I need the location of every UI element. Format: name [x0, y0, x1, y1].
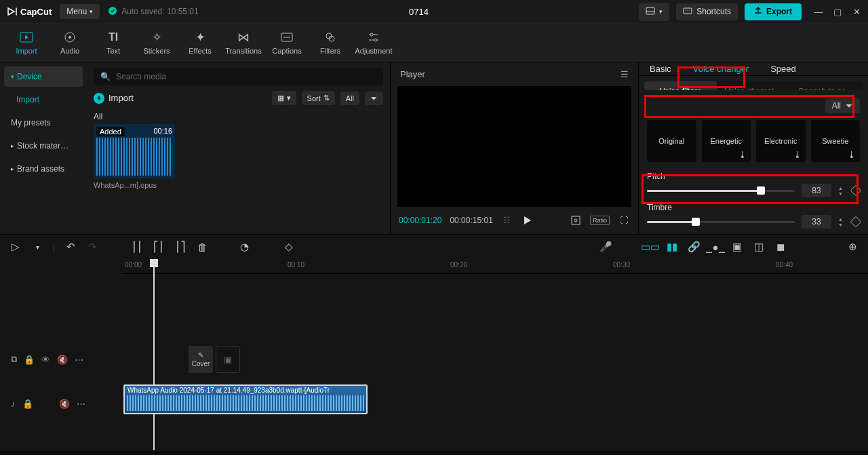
all-filter-button[interactable]: All: [340, 92, 359, 105]
filter-button[interactable]: ⏷: [365, 92, 383, 105]
hamburger-icon[interactable]: ☰: [620, 69, 629, 79]
mic-icon[interactable]: 🎤: [599, 241, 612, 253]
view-grid-button[interactable]: ▦▾: [272, 91, 296, 105]
minimize-button[interactable]: —: [814, 7, 823, 17]
tool-effects[interactable]: ✦ Effects: [179, 23, 221, 62]
tool-audio[interactable]: Audio: [49, 23, 91, 62]
subtab-voice-filters[interactable]: Voice filters: [644, 81, 717, 90]
layout-button[interactable]: ▾: [639, 3, 669, 21]
redo-button[interactable]: ↷: [86, 241, 98, 253]
player-canvas[interactable]: [397, 86, 631, 207]
magnet-on-icon[interactable]: ▭▭: [644, 241, 656, 253]
fullscreen-icon[interactable]: ⛶: [618, 214, 630, 226]
subtab-speech-to-song[interactable]: Speech to so…: [790, 81, 863, 90]
scale-icon[interactable]: [570, 214, 582, 226]
sidebar-my-presets[interactable]: My presets: [4, 113, 83, 133]
compare-icon[interactable]: ☷: [501, 214, 513, 226]
import-button[interactable]: + Import: [94, 93, 134, 104]
preset-sweetie[interactable]: Sweetie⭳: [811, 120, 861, 162]
close-button[interactable]: ✕: [852, 7, 861, 17]
clip-filename: WhatsAp...m].opus: [94, 181, 175, 189]
keyframe-icon[interactable]: [850, 185, 862, 197]
tool-text[interactable]: TI Text: [92, 23, 134, 62]
mute-icon[interactable]: 🔇: [59, 399, 70, 409]
preset-electronic[interactable]: Electronic⭳: [756, 120, 806, 162]
app-name: CapCut: [20, 7, 52, 17]
trim-right-tool[interactable]: ⎮⎤: [174, 241, 186, 253]
tool-transitions[interactable]: ⋈ Transitions: [222, 23, 264, 62]
text-icon: TI: [108, 31, 118, 44]
maximize-button[interactable]: ▢: [833, 7, 842, 17]
preset-original[interactable]: Original: [647, 120, 696, 162]
sidebar-stock-material[interactable]: ▸Stock mater…: [4, 136, 83, 156]
pitch-stepper[interactable]: ▲▼: [838, 186, 845, 196]
audio-clip[interactable]: WhatsApp Audio 2024-05-17 at 21.14.49_92…: [123, 384, 368, 414]
timbre-value[interactable]: 33: [802, 215, 831, 229]
added-badge: Added: [96, 127, 125, 136]
timeline-ruler[interactable]: 00:00 00:10 00:20 00:30 00:40: [122, 259, 868, 274]
media-panel: ▾Device Import My presets ▸Stock mater… …: [0, 62, 391, 234]
snap-icon[interactable]: ⎯●⎯: [709, 241, 722, 253]
zoom-fit-icon[interactable]: ⊕: [846, 241, 859, 253]
inspector-panel: Basic Voice changer Speed Voice filters …: [639, 62, 868, 234]
shield-icon[interactable]: ◇: [283, 241, 295, 253]
menu-button[interactable]: Menu ▾: [60, 4, 100, 19]
tab-speed[interactable]: Speed: [760, 62, 807, 75]
subtab-voice-characters[interactable]: Voice charact…: [717, 81, 789, 90]
cover-button[interactable]: ✎ Cover: [189, 346, 213, 373]
svg-point-4: [686, 9, 686, 10]
undo-button[interactable]: ↶: [64, 241, 77, 253]
search-input[interactable]: 🔍 Search media: [94, 68, 383, 85]
playhead[interactable]: [150, 259, 158, 267]
tool-captions[interactable]: Captions: [266, 23, 308, 62]
all-filter-chip[interactable]: All⏷: [825, 98, 860, 113]
preview-icon[interactable]: ▣: [731, 241, 743, 253]
pitch-slider[interactable]: [647, 184, 795, 197]
timbre-slider[interactable]: [647, 215, 795, 229]
split-tool[interactable]: ⎮⎮: [131, 241, 143, 253]
lock-icon[interactable]: 🔒: [24, 355, 35, 365]
chevron-down-icon[interactable]: ▾: [31, 241, 43, 253]
section-label: All: [94, 109, 383, 124]
pitch-value[interactable]: 83: [802, 184, 831, 197]
pointer-tool[interactable]: ▷: [9, 241, 22, 253]
sidebar-brand-assets[interactable]: ▸Brand assets: [4, 159, 83, 179]
more-icon[interactable]: ⋯: [75, 355, 83, 365]
ratio-button[interactable]: Ratio: [590, 216, 610, 225]
tool-stickers[interactable]: ✧ Stickers: [136, 23, 178, 62]
link-on-icon[interactable]: ▮▮: [666, 241, 678, 253]
keyframe-icon[interactable]: [850, 216, 862, 228]
audio-track-icon[interactable]: ♪: [11, 399, 16, 409]
delete-tool[interactable]: 🗑: [196, 241, 208, 253]
play-button[interactable]: [521, 214, 534, 226]
shortcuts-button[interactable]: Shortcuts: [676, 3, 738, 20]
effects-icon: ✦: [195, 31, 205, 44]
tab-basic[interactable]: Basic: [639, 62, 682, 75]
media-clip[interactable]: Added 00:16 WhatsAp...m].opus: [94, 124, 175, 189]
empty-video-slot[interactable]: ▣: [216, 346, 240, 373]
eye-icon[interactable]: 👁: [41, 355, 50, 365]
export-button[interactable]: Export: [745, 3, 802, 20]
sort-button[interactable]: Sort ⇅: [302, 91, 335, 105]
link-icon[interactable]: 🔗: [688, 241, 700, 253]
marker-tool[interactable]: ◔: [238, 241, 250, 253]
sidebar-device[interactable]: ▾Device: [4, 66, 83, 87]
lock-aspect-icon[interactable]: ⧉: [11, 354, 17, 365]
tool-import[interactable]: Import: [5, 23, 47, 62]
svg-point-5: [688, 9, 688, 10]
triangle-right-icon: ▸: [11, 165, 14, 172]
track-collapse-icon[interactable]: ◫: [753, 241, 765, 253]
tool-filters[interactable]: Filters: [309, 23, 351, 62]
preset-energetic[interactable]: Energetic⭳: [702, 120, 751, 162]
track-expand-icon[interactable]: ◼: [774, 241, 787, 253]
more-icon[interactable]: ⋯: [77, 399, 85, 409]
tab-voice-changer[interactable]: Voice changer: [682, 62, 760, 75]
lock-icon[interactable]: 🔒: [22, 399, 33, 409]
tool-adjustment[interactable]: Adjustment: [353, 23, 395, 62]
layout-icon: [646, 6, 655, 18]
timbre-stepper[interactable]: ▲▼: [838, 217, 845, 227]
trim-left-tool[interactable]: ⎡⎮: [153, 241, 165, 253]
mute-icon[interactable]: 🔇: [57, 355, 68, 365]
svg-rect-18: [572, 216, 580, 224]
sidebar-import[interactable]: Import: [4, 90, 83, 110]
